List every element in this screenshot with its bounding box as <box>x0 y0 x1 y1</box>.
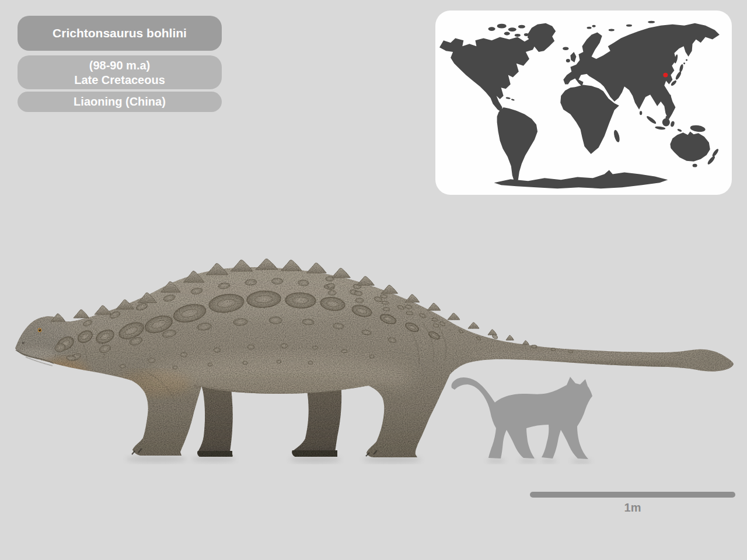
eye-glint <box>39 330 40 330</box>
dinosaur-far-front-foot <box>197 451 232 457</box>
ground-shadows <box>126 456 591 464</box>
period-epoch-line: Late Cretaceous <box>18 73 222 88</box>
fossil-locality-label: Liaoning (China) <box>18 92 222 112</box>
scale-bar <box>530 492 735 498</box>
world-map-image <box>435 10 732 195</box>
dinosaur-illustration <box>9 259 734 457</box>
dinosaur-far-hind-foot <box>292 450 337 457</box>
period-age-line: (98-90 m.a) <box>18 58 222 73</box>
species-name-label: Crichtonsaurus bohlini <box>18 16 222 51</box>
cat-silhouette <box>451 377 592 459</box>
continents <box>439 21 720 188</box>
geologic-period-label: (98-90 m.a) Late Cretaceous <box>18 55 222 89</box>
locator-map-card <box>435 10 732 195</box>
fossil-location-marker <box>663 73 668 78</box>
scale-bar-label: 1m <box>530 501 735 514</box>
infographic-stage: Crichtonsaurus bohlini (98-90 m.a) Late … <box>0 0 747 560</box>
